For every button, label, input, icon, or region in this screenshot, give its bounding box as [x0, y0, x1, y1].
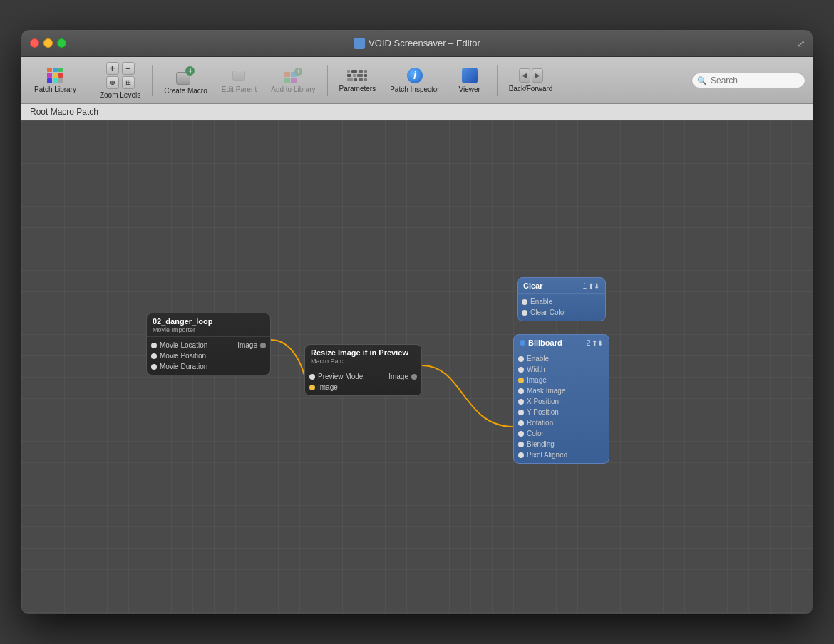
port-dot-bb-blending	[518, 442, 524, 447]
port-row-bb-rotation: Rotation	[514, 417, 609, 428]
viewer-icon	[462, 68, 478, 83]
port-row-clear-enable: Enable	[518, 296, 605, 307]
port-dot-bb-mask	[518, 388, 524, 394]
port-dot-bb-ypos	[518, 410, 524, 415]
zoom-levels-icon: + − ⊕ ⊞	[106, 62, 135, 89]
add-to-library-button[interactable]: + Add to Library	[265, 65, 321, 96]
port-label-macro-image-in: Image	[318, 383, 338, 391]
port-label-preview-mode: Preview Mode	[318, 373, 363, 380]
toolbar-separator-4	[497, 65, 498, 96]
titlebar: VOID Screensaver – Editor ⤢	[21, 30, 813, 57]
parameters-icon	[349, 68, 365, 83]
port-label-movie-location: Movie Location	[160, 341, 207, 349]
viewer-button[interactable]: Viewer	[448, 65, 491, 96]
movie-importer-ports: Movie Location Image Movie Position	[147, 337, 270, 375]
movie-importer-node[interactable]: 02_danger_loop Movie Importer Movie Loca…	[146, 313, 271, 375]
clear-patch-title: Clear	[523, 281, 543, 290]
edit-parent-icon	[231, 68, 247, 83]
toolbar: Patch Library + − ⊕ ⊞ Zoom Levels +	[21, 57, 813, 104]
port-row-macro-image-in: Image	[305, 382, 421, 393]
back-arrow-icon: ◀	[519, 68, 530, 83]
macro-patch-subtitle: Macro Patch	[311, 358, 408, 365]
port-label-clear-color: Clear Color	[530, 308, 567, 316]
patch-inspector-button[interactable]: i Patch Inspector	[384, 65, 445, 96]
billboard-patch-order: 2 ⬆⬇	[586, 339, 603, 347]
port-dot-clear-color	[522, 310, 527, 316]
canvas-area[interactable]: 02_danger_loop Movie Importer Movie Loca…	[21, 120, 813, 614]
create-macro-label: Create Macro	[164, 87, 207, 95]
expand-button[interactable]: ⤢	[797, 38, 805, 49]
port-label-bb-mask: Mask Image	[527, 387, 565, 395]
create-macro-button[interactable]: + Create Macro	[158, 63, 213, 98]
create-macro-icon: +	[176, 66, 195, 85]
macro-patch-ports: Preview Mode Image Image	[305, 368, 421, 395]
billboard-patch-ports: Enable Width Image	[514, 350, 609, 463]
port-label-bb-xpos: X Position	[527, 398, 559, 405]
port-dot-bb-color	[518, 431, 524, 437]
port-row-movie-location: Movie Location Image	[147, 340, 270, 350]
port-label-bb-ypos: Y Position	[527, 408, 559, 416]
zoom-levels-button[interactable]: + − ⊕ ⊞ Zoom Levels	[94, 59, 146, 102]
port-row-movie-position: Movie Position	[147, 350, 270, 361]
port-dot-bb-rotation	[518, 420, 524, 426]
back-forward-button[interactable]: ◀ ▶ Back/Forward	[503, 66, 559, 95]
billboard-patch-title: Billboard	[528, 338, 562, 347]
port-label-bb-blending: Blending	[527, 440, 555, 448]
port-dot-bb-image	[518, 378, 524, 383]
edit-parent-label: Edit Parent	[222, 85, 257, 93]
port-dot-movie-position	[151, 353, 157, 359]
breadcrumb-text: Root Macro Patch	[30, 107, 98, 117]
search-input[interactable]	[691, 73, 805, 88]
edit-parent-button[interactable]: Edit Parent	[216, 65, 262, 96]
port-dot-movie-duration	[151, 364, 157, 370]
clear-patch-ports: Enable Clear Color	[518, 294, 605, 321]
toolbar-separator-2	[152, 65, 153, 96]
main-window: VOID Screensaver – Editor ⤢ Patch Librar…	[21, 30, 813, 614]
port-row-clear-color: Clear Color	[518, 307, 605, 318]
port-dot-image-out	[260, 343, 266, 348]
back-forward-icon: ◀ ▶	[519, 68, 543, 83]
port-row-bb-image: Image	[514, 375, 609, 385]
parameters-button[interactable]: Parameters	[334, 66, 382, 95]
add-to-library-icon: +	[284, 68, 302, 83]
port-row-preview-mode: Preview Mode Image	[305, 371, 421, 382]
billboard-patch-node[interactable]: Billboard 2 ⬆⬇ Enable Width	[513, 334, 609, 464]
back-forward-label: Back/Forward	[509, 85, 553, 93]
port-label-bb-color: Color	[527, 430, 544, 437]
forward-arrow-icon: ▶	[532, 68, 543, 83]
movie-importer-header: 02_danger_loop Movie Importer	[147, 313, 270, 337]
clear-patch-header: Clear 1 ⬆⬇	[518, 278, 605, 294]
port-row-bb-blending: Blending	[514, 439, 609, 450]
port-label-bb-image: Image	[527, 376, 547, 384]
port-row-bb-xpos: X Position	[514, 396, 609, 407]
port-dot-bb-width	[518, 367, 524, 373]
port-dot-clear-enable	[522, 299, 527, 305]
patch-library-icon	[47, 68, 63, 83]
toolbar-separator-1	[88, 65, 88, 96]
port-row-bb-enable: Enable	[514, 353, 609, 364]
billboard-patch-header: Billboard 2 ⬆⬇	[514, 335, 609, 350]
port-label-image-out: Image	[237, 341, 257, 349]
port-dot-macro-image-in	[309, 385, 315, 390]
clear-patch-node[interactable]: Clear 1 ⬆⬇ Enable Clear Color	[517, 277, 606, 321]
port-dot-bb-xpos	[518, 399, 524, 405]
port-label-movie-duration: Movie Duration	[160, 363, 207, 370]
port-row-bb-ypos: Y Position	[514, 407, 609, 417]
port-label-bb-width: Width	[527, 365, 545, 373]
patch-library-button[interactable]: Patch Library	[29, 65, 82, 96]
minimize-button[interactable]	[43, 38, 53, 48]
port-label-bb-pixel: Pixel Aligned	[527, 451, 567, 459]
port-row-bb-width: Width	[514, 364, 609, 375]
close-button[interactable]	[30, 38, 39, 48]
maximize-button[interactable]	[57, 38, 66, 48]
movie-importer-subtitle: Movie Importer	[153, 326, 212, 333]
port-dot-macro-image-out	[411, 374, 417, 380]
port-label-bb-enable: Enable	[527, 355, 549, 363]
parameters-label: Parameters	[339, 85, 376, 93]
port-label-movie-position: Movie Position	[160, 352, 206, 360]
traffic-lights	[30, 38, 66, 48]
macro-patch-node[interactable]: Resize Image if in Preview Macro Patch P…	[304, 344, 422, 396]
search-icon: 🔍	[697, 76, 707, 85]
port-row-bb-color: Color	[514, 428, 609, 439]
port-dot-preview-mode	[309, 374, 315, 380]
